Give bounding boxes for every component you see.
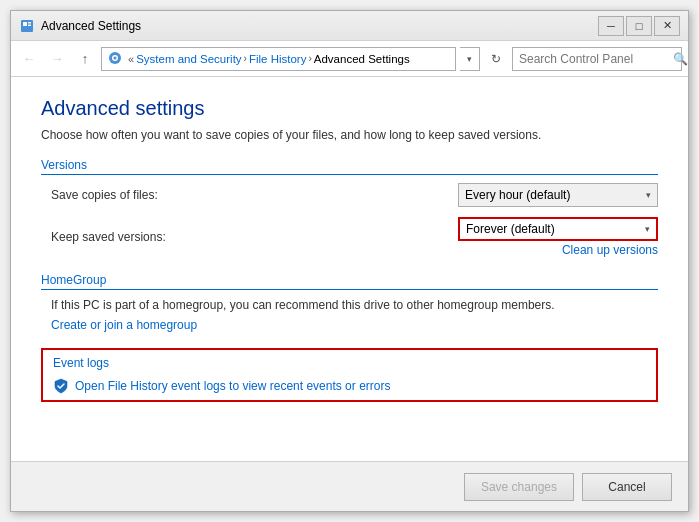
- keep-versions-arrow: ▾: [645, 224, 650, 234]
- breadcrumb-system-security[interactable]: System and Security: [136, 53, 241, 65]
- save-changes-button[interactable]: Save changes: [464, 473, 574, 501]
- page-title: Advanced settings: [41, 97, 658, 120]
- search-input[interactable]: [519, 52, 669, 66]
- cleanup-link[interactable]: Clean up versions: [562, 243, 658, 257]
- svg-rect-1: [23, 22, 27, 26]
- forward-button[interactable]: →: [45, 47, 69, 71]
- close-button[interactable]: ✕: [654, 16, 680, 36]
- breadcrumb-current: Advanced Settings: [314, 53, 410, 65]
- back-button[interactable]: ←: [17, 47, 41, 71]
- up-button[interactable]: ↑: [73, 47, 97, 71]
- svg-rect-0: [21, 20, 33, 32]
- homegroup-description: If this PC is part of a homegroup, you c…: [51, 298, 658, 312]
- address-dropdown[interactable]: ▾: [460, 47, 480, 71]
- maximize-button[interactable]: □: [626, 16, 652, 36]
- save-copies-dropdown[interactable]: Every hour (default) ▾: [458, 183, 658, 207]
- homegroup-link[interactable]: Create or join a homegroup: [51, 318, 197, 332]
- bottom-bar: Save changes Cancel: [11, 461, 688, 511]
- event-logs-link[interactable]: Open File History event logs to view rec…: [53, 378, 646, 394]
- content-area: Advanced settings Choose how often you w…: [11, 77, 688, 461]
- event-logs-section: Event logs Open File History event logs …: [41, 348, 658, 402]
- window-title: Advanced Settings: [41, 19, 598, 33]
- save-copies-value: Every hour (default): [465, 188, 570, 202]
- event-logs-label: Event logs: [53, 356, 646, 372]
- title-bar-buttons: ─ □ ✕: [598, 16, 680, 36]
- keep-versions-label: Keep saved versions:: [51, 230, 331, 244]
- breadcrumb: « System and Security › File History › A…: [108, 51, 410, 67]
- keep-versions-control: Forever (default) ▾ Clean up versions: [331, 217, 658, 257]
- versions-section-label: Versions: [41, 158, 658, 175]
- save-copies-arrow: ▾: [646, 190, 651, 200]
- save-copies-row: Save copies of files: Every hour (defaul…: [51, 183, 658, 207]
- homegroup-section: HomeGroup If this PC is part of a homegr…: [41, 273, 658, 332]
- versions-section: Save copies of files: Every hour (defaul…: [51, 183, 658, 257]
- page-description: Choose how often you want to save copies…: [41, 128, 658, 142]
- save-copies-label: Save copies of files:: [51, 188, 331, 202]
- refresh-button[interactable]: ↻: [484, 47, 508, 71]
- svg-rect-3: [28, 24, 31, 26]
- minimize-button[interactable]: ─: [598, 16, 624, 36]
- event-logs-link-text: Open File History event logs to view rec…: [75, 379, 390, 393]
- title-bar: Advanced Settings ─ □ ✕: [11, 11, 688, 41]
- shield-icon: [53, 378, 69, 394]
- keep-versions-row: Keep saved versions: Forever (default) ▾…: [51, 217, 658, 257]
- main-window: Advanced Settings ─ □ ✕ ← → ↑ « System a…: [10, 10, 689, 512]
- search-box: 🔍: [512, 47, 682, 71]
- address-bar: ← → ↑ « System and Security › File Histo…: [11, 41, 688, 77]
- save-copies-control: Every hour (default) ▾: [331, 183, 658, 207]
- homegroup-section-label: HomeGroup: [41, 273, 658, 290]
- breadcrumb-file-history[interactable]: File History: [249, 53, 307, 65]
- cancel-button[interactable]: Cancel: [582, 473, 672, 501]
- window-icon: [19, 18, 35, 34]
- keep-versions-value: Forever (default): [466, 222, 555, 236]
- keep-versions-dropdown[interactable]: Forever (default) ▾: [458, 217, 658, 241]
- breadcrumb-icon: [108, 51, 122, 67]
- svg-point-6: [114, 56, 117, 59]
- address-path: « System and Security › File History › A…: [101, 47, 456, 71]
- search-icon: 🔍: [673, 52, 688, 66]
- svg-rect-2: [28, 22, 31, 24]
